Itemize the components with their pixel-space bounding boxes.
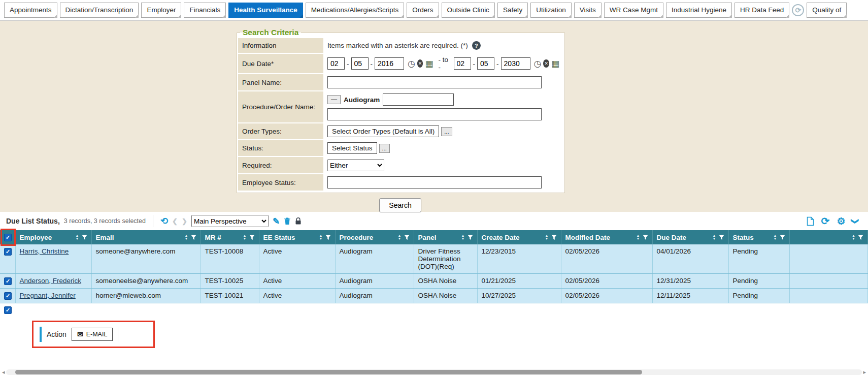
column-header-modified-date[interactable]: Modified Date▲▼ xyxy=(561,230,652,244)
select-all-checkbox[interactable]: ✓ xyxy=(4,234,12,241)
filter-icon[interactable] xyxy=(82,235,87,240)
column-header-partial[interactable]: ▲▼ xyxy=(789,230,868,244)
email-button[interactable]: ✉ E-MAIL xyxy=(72,328,113,341)
footer-select-checkbox[interactable]: ✓ xyxy=(4,306,12,314)
sort-icon[interactable]: ▲▼ xyxy=(637,234,640,240)
due-from-day-input[interactable] xyxy=(351,57,369,70)
column-header-ee-status[interactable]: EE Status▲▼ xyxy=(259,230,335,244)
employee-link[interactable]: Harris, Christine xyxy=(20,247,69,255)
procedure-order-name-input[interactable] xyxy=(327,108,542,120)
tab-wr-case-mgmt[interactable]: WR Case Mgmt xyxy=(604,3,663,18)
row-checkbox[interactable]: ✓ xyxy=(4,277,12,285)
procedure-value-input[interactable] xyxy=(383,93,454,106)
chevron-down-icon[interactable]: ❯ xyxy=(852,218,859,225)
history-icon[interactable]: ⟳ xyxy=(792,4,804,16)
column-header-panel[interactable]: Panel▲▼ xyxy=(414,230,477,244)
column-header-procedure[interactable]: Procedure▲▼ xyxy=(335,230,414,244)
scrollbar-track[interactable] xyxy=(6,369,862,375)
due-from-year-input[interactable] xyxy=(375,57,404,70)
scrollbar-thumb[interactable] xyxy=(15,370,642,374)
column-header-mr[interactable]: MR #▲▼ xyxy=(201,230,259,244)
sort-icon[interactable]: ▲▼ xyxy=(461,234,465,240)
order-types-value[interactable]: Select Order Types (Default is All) xyxy=(327,125,439,137)
column-header-employee[interactable]: Employee▲▼ xyxy=(15,230,91,244)
row-checkbox[interactable]: ✓ xyxy=(4,292,12,300)
filter-icon[interactable] xyxy=(404,235,410,240)
sort-icon[interactable]: ▲▼ xyxy=(774,234,777,240)
status-value[interactable]: Select Status xyxy=(327,142,377,154)
edit-pencil-icon[interactable]: ✎ xyxy=(273,217,280,226)
column-header-status[interactable]: Status▲▼ xyxy=(728,230,789,244)
panel-name-input[interactable] xyxy=(327,76,542,88)
tab-safety[interactable]: Safety xyxy=(497,3,528,18)
tab-hr-data-feed[interactable]: HR Data Feed xyxy=(735,3,789,18)
employee-link[interactable]: Anderson, Frederick xyxy=(20,277,82,285)
required-select[interactable]: Either xyxy=(327,159,384,171)
tab-financials[interactable]: Financials xyxy=(184,3,226,18)
filter-icon[interactable] xyxy=(191,235,196,240)
filter-icon[interactable] xyxy=(249,235,255,240)
column-header-create-date[interactable]: Create Date▲▼ xyxy=(477,230,561,244)
search-button[interactable]: Search xyxy=(379,198,421,212)
due-to-day-input[interactable] xyxy=(477,57,494,70)
tab-industrial-hygiene[interactable]: Industrial Hygiene xyxy=(666,3,732,18)
filter-icon[interactable] xyxy=(858,235,863,240)
tab-utilization[interactable]: Utilization xyxy=(530,3,572,18)
tab-medications-allergies-scripts[interactable]: Medications/Allergies/Scripts xyxy=(306,3,405,18)
calendar-icon[interactable]: ▦ xyxy=(425,59,433,68)
lock-icon[interactable] xyxy=(295,217,302,225)
tab-quality-of[interactable]: Quality of xyxy=(807,3,847,18)
calendar-icon[interactable]: ▦ xyxy=(551,59,559,68)
column-header-due-date[interactable]: Due Date▲▼ xyxy=(652,230,728,244)
tab-employer[interactable]: Employer xyxy=(141,3,181,18)
information-label: Information xyxy=(238,38,323,53)
filter-icon[interactable] xyxy=(551,235,557,240)
prev-record-icon[interactable]: ❮ xyxy=(172,218,178,225)
tab-health-surveillance[interactable]: Health Surveillance xyxy=(228,3,303,18)
employee-status-input[interactable] xyxy=(327,176,542,188)
sort-icon[interactable]: ▲▼ xyxy=(76,234,79,240)
perspective-select[interactable]: Main Perspective xyxy=(191,215,269,227)
help-icon[interactable]: ? xyxy=(472,41,481,50)
sort-icon[interactable]: ▲▼ xyxy=(852,234,855,240)
remove-procedure-button[interactable]: — xyxy=(327,95,341,104)
tab-visits[interactable]: Visits xyxy=(574,3,602,18)
filter-icon[interactable] xyxy=(780,235,785,240)
undo-icon[interactable]: ⟲ xyxy=(160,216,168,226)
column-header-email[interactable]: Email▲▼ xyxy=(91,230,201,244)
row-checkbox[interactable]: ✓ xyxy=(4,248,12,256)
scroll-right-arrow[interactable]: ▸ xyxy=(863,369,866,375)
scroll-left-arrow[interactable]: ◂ xyxy=(2,369,5,375)
filter-icon[interactable] xyxy=(719,235,724,240)
sort-icon[interactable]: ▲▼ xyxy=(398,234,402,240)
status-ellipsis-button[interactable]: ... xyxy=(379,144,390,153)
filter-icon[interactable] xyxy=(468,235,473,240)
clear-date-icon[interactable]: ✕ xyxy=(417,59,423,68)
column-label: Create Date xyxy=(482,234,520,241)
tab-dictation-transcription[interactable]: Dictation/Transcription xyxy=(60,3,139,18)
new-document-icon[interactable] xyxy=(807,216,814,226)
refresh-icon[interactable]: ⟳ xyxy=(821,216,830,226)
due-to-month-input[interactable] xyxy=(454,57,471,70)
employee-link[interactable]: Pregnant, Jennifer xyxy=(20,292,76,299)
clear-date-icon[interactable]: ✕ xyxy=(543,59,549,68)
delete-trash-icon[interactable] xyxy=(284,217,291,225)
sort-icon[interactable]: ▲▼ xyxy=(185,234,188,240)
tab-orders[interactable]: Orders xyxy=(407,3,439,18)
filter-icon[interactable] xyxy=(325,235,331,240)
tab-appointments[interactable]: Appointments xyxy=(4,3,57,18)
settings-gear-icon[interactable]: ⚙ xyxy=(837,216,845,226)
clock-icon[interactable]: ◷ xyxy=(408,59,415,68)
sort-icon[interactable]: ▲▼ xyxy=(243,234,247,240)
sort-icon[interactable]: ▲▼ xyxy=(545,234,549,240)
next-record-icon[interactable]: ❯ xyxy=(182,218,187,225)
clock-icon[interactable]: ◷ xyxy=(534,59,542,68)
due-from-month-input[interactable] xyxy=(327,57,345,70)
sort-icon[interactable]: ▲▼ xyxy=(713,234,716,240)
filter-icon[interactable] xyxy=(643,235,648,240)
due-to-year-input[interactable] xyxy=(501,57,530,70)
horizontal-scrollbar[interactable]: ◂ ▸ xyxy=(2,369,866,375)
tab-outside-clinic[interactable]: Outside Clinic xyxy=(442,3,495,18)
order-types-ellipsis-button[interactable]: ... xyxy=(441,127,452,136)
sort-icon[interactable]: ▲▼ xyxy=(319,234,323,240)
